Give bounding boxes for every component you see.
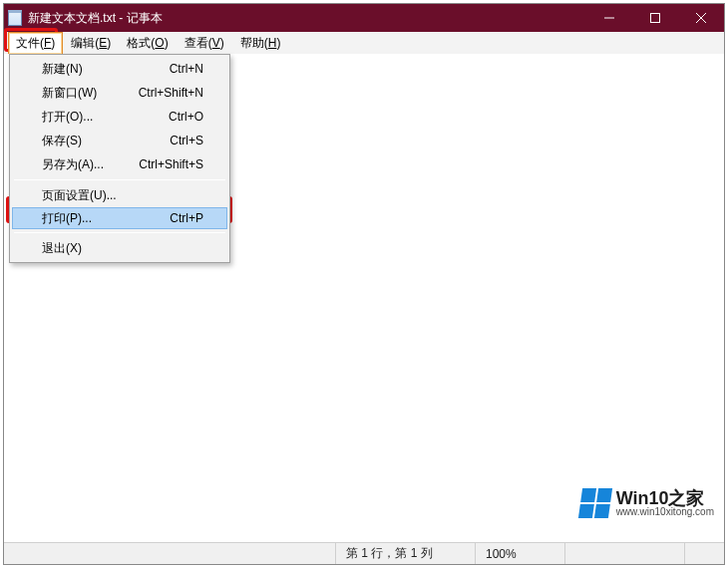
menu-format[interactable]: 格式(O) [119,32,176,54]
window-title: 新建文本文档.txt - 记事本 [26,10,163,27]
status-empty-2 [684,543,724,564]
watermark-brand: Win10之家 [616,489,714,507]
watermark: Win10之家 www.win10xitong.com [580,488,714,518]
menu-separator [14,179,225,180]
windows-logo-icon [578,488,612,518]
menu-item-open[interactable]: 打开(O)...Ctrl+O [12,105,227,129]
status-zoom: 100% [475,543,564,564]
menu-item-save-as[interactable]: 另存为(A)...Ctrl+Shift+S [12,152,227,176]
menu-item-save[interactable]: 保存(S)Ctrl+S [12,129,227,152]
close-button[interactable] [678,4,724,32]
svg-rect-1 [651,14,660,23]
file-menu-dropdown: 新建(N)Ctrl+N 新窗口(W)Ctrl+Shift+N 打开(O)...C… [9,54,230,263]
status-empty-1 [564,543,684,564]
notepad-icon [8,10,22,26]
maximize-button[interactable] [632,4,678,32]
menu-edit[interactable]: 编辑(E) [63,32,119,54]
status-position: 第 1 行，第 1 列 [335,543,475,564]
menu-item-new[interactable]: 新建(N)Ctrl+N [12,57,227,81]
title-bar[interactable]: 新建文本文档.txt - 记事本 [4,4,724,32]
menu-view[interactable]: 查看(V) [177,32,232,54]
menu-item-print[interactable]: 打印(P)...Ctrl+P [12,207,227,229]
menu-file[interactable]: 文件(F) [8,32,63,54]
menu-item-new-window[interactable]: 新窗口(W)Ctrl+Shift+N [12,81,227,105]
maximize-icon [650,13,660,23]
app-icon-wrap [4,10,26,26]
menu-separator [14,232,225,233]
text-area[interactable]: 新建(N)Ctrl+N 新窗口(W)Ctrl+Shift+N 打开(O)...C… [4,54,724,542]
menu-bar: 文件(F) 编辑(E) 格式(O) 查看(V) 帮助(H) [4,32,724,54]
close-icon [696,13,706,23]
status-bar: 第 1 行，第 1 列 100% [4,542,724,564]
watermark-url: www.win10xitong.com [616,507,714,517]
notepad-window: 新建文本文档.txt - 记事本 文件(F) 编辑(E) 格式(O) 查看(V)… [4,4,724,564]
menu-item-page-setup[interactable]: 页面设置(U)... [12,183,227,207]
menu-item-exit[interactable]: 退出(X) [12,236,227,260]
minimize-icon [604,13,614,23]
menu-help[interactable]: 帮助(H) [232,32,289,54]
minimize-button[interactable] [586,4,632,32]
